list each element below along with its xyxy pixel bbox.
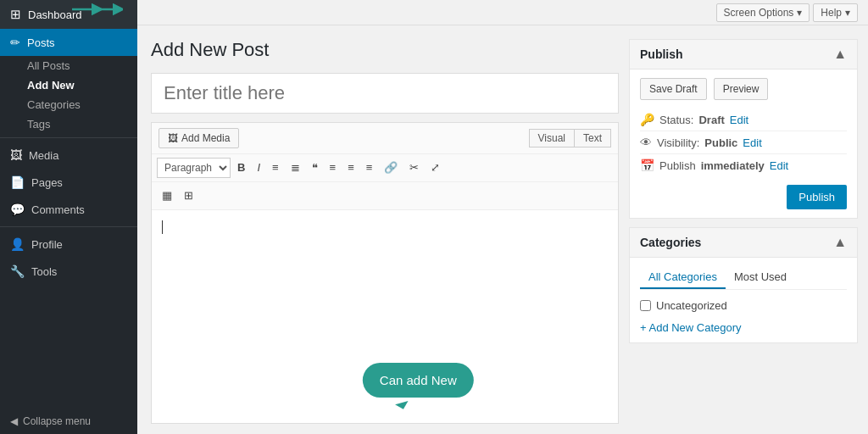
- toolbar-row-1: Paragraph B I ≡ ≣ ❝ ≡ ≡ ≡ 🔗 ✂ ⤢: [152, 154, 618, 182]
- table-button[interactable]: ▦: [157, 186, 177, 206]
- visibility-icon: 👁: [640, 136, 652, 149]
- tools-icon: 🔧: [10, 264, 25, 278]
- visibility-label: Visibility:: [657, 136, 699, 149]
- tab-most-used[interactable]: Most Used: [726, 266, 795, 289]
- post-title-input[interactable]: [151, 73, 619, 114]
- sidebar-item-media[interactable]: 🖼 Media: [0, 142, 137, 169]
- main-content: Screen Options ▾ Help ▾ Add New Post 🖼 A…: [137, 0, 868, 434]
- sidebar-item-pages[interactable]: 📄 Pages: [0, 169, 137, 196]
- collapse-icon: ◀: [10, 415, 18, 427]
- publish-button[interactable]: Publish: [787, 185, 847, 209]
- publish-meta: 🔑 Status: Draft Edit 👁 Visibility: Publi…: [640, 108, 847, 176]
- categories-panel-title: Categories: [640, 236, 701, 249]
- categories-panel: Categories ▲ All Categories Most Used: [629, 227, 858, 343]
- status-icon: 🔑: [640, 113, 654, 126]
- categories-panel-toggle[interactable]: ▲: [833, 235, 847, 250]
- sidebar-posts-label: Posts: [27, 36, 55, 49]
- fullscreen-button[interactable]: ⤢: [426, 158, 445, 178]
- publish-panel: Publish ▲ Save Draft Preview 🔑 Status: D…: [629, 39, 858, 219]
- link-button[interactable]: 🔗: [379, 158, 403, 178]
- collapse-menu-button[interactable]: ◀ Collapse menu: [0, 409, 137, 434]
- posts-icon: ✏: [10, 36, 20, 49]
- unlink-button[interactable]: ✂: [404, 158, 424, 178]
- uncategorized-checkbox[interactable]: [640, 300, 651, 311]
- editor-cursor: [162, 220, 163, 234]
- add-new-category-link[interactable]: + Add New Category: [640, 321, 847, 334]
- categories-panel-header: Categories ▲: [630, 228, 857, 258]
- status-value: Draft: [698, 114, 724, 126]
- content-area: Add New Post 🖼 Add Media Visual Text Par: [137, 25, 868, 434]
- preview-button[interactable]: Preview: [714, 78, 769, 100]
- sidebar-item-posts[interactable]: ✏ Posts: [0, 29, 137, 56]
- category-uncategorized: Uncategorized: [640, 297, 847, 314]
- bold-button[interactable]: B: [232, 158, 250, 178]
- categories-panel-body: All Categories Most Used Uncategorized +…: [630, 258, 857, 342]
- calendar-icon: 📅: [640, 159, 654, 172]
- publish-panel-title: Publish: [640, 47, 683, 61]
- publish-panel-toggle[interactable]: ▲: [833, 47, 847, 62]
- tags-arrow-icon: [68, 2, 102, 17]
- topbar: Screen Options ▾ Help ▾: [137, 0, 868, 25]
- category-tabs: All Categories Most Used: [640, 266, 847, 290]
- screen-options-chevron-icon: ▾: [797, 7, 802, 19]
- dashboard-icon: ⊞: [10, 7, 21, 22]
- editor-wrapper: 🖼 Add Media Visual Text Paragraph B I ≡: [151, 122, 619, 424]
- publish-time-label: Publish: [659, 159, 696, 172]
- sidebar-item-profile[interactable]: 👤 Profile: [0, 231, 137, 258]
- help-button[interactable]: Help ▾: [813, 3, 858, 22]
- publish-panel-body: Save Draft Preview 🔑 Status: Draft Edit …: [630, 70, 857, 218]
- visual-tab[interactable]: Visual: [529, 129, 574, 147]
- profile-icon: 👤: [10, 237, 25, 251]
- save-draft-button[interactable]: Save Draft: [640, 78, 707, 100]
- publish-time-row: 📅 Publish immediately Edit: [640, 154, 847, 176]
- toolbar-row-2: ▦ ⊞: [152, 182, 618, 210]
- align-right-button[interactable]: ≡: [361, 158, 378, 178]
- add-media-icon: 🖼: [168, 132, 178, 144]
- sidebar-sub-tags[interactable]: Tags: [0, 114, 137, 134]
- publish-actions: Save Draft Preview: [640, 78, 847, 100]
- tooltip-bubble: Can add New: [363, 363, 474, 398]
- publish-time-value: immediately: [701, 159, 765, 172]
- text-tab[interactable]: Text: [574, 129, 611, 147]
- screen-options-button[interactable]: Screen Options ▾: [716, 3, 810, 22]
- sidebar-item-comments[interactable]: 💬 Comments: [0, 196, 137, 223]
- visibility-edit-link[interactable]: Edit: [743, 136, 761, 149]
- sidebar-sub-all-posts[interactable]: All Posts: [0, 56, 137, 75]
- page-title: Add New Post: [151, 39, 619, 61]
- status-row: 🔑 Status: Draft Edit: [640, 108, 847, 131]
- editor-column: Add New Post 🖼 Add Media Visual Text Par: [151, 39, 619, 424]
- align-center-button[interactable]: ≡: [342, 158, 359, 178]
- grid-button[interactable]: ⊞: [179, 186, 198, 206]
- add-media-button[interactable]: 🖼 Add Media: [159, 128, 239, 148]
- editor-topbar: 🖼 Add Media Visual Text: [152, 123, 618, 154]
- uncategorized-label: Uncategorized: [656, 299, 727, 312]
- ordered-list-button[interactable]: ≣: [286, 158, 305, 178]
- right-column: Publish ▲ Save Draft Preview 🔑 Status: D…: [629, 39, 858, 424]
- visibility-row: 👁 Visibility: Public Edit: [640, 131, 847, 154]
- align-left-button[interactable]: ≡: [325, 158, 342, 178]
- publish-time-edit-link[interactable]: Edit: [770, 159, 788, 172]
- help-chevron-icon: ▾: [845, 7, 850, 19]
- tab-all-categories[interactable]: All Categories: [640, 266, 726, 289]
- sidebar-sub-add-new[interactable]: Add New: [0, 75, 137, 95]
- media-icon: 🖼: [10, 148, 22, 162]
- unordered-list-button[interactable]: ≡: [267, 158, 284, 178]
- paragraph-select[interactable]: Paragraph: [157, 158, 231, 178]
- publish-footer: Publish: [640, 176, 847, 209]
- pages-icon: 📄: [10, 175, 25, 189]
- italic-button[interactable]: I: [252, 158, 265, 178]
- editor-body[interactable]: Can add New: [152, 210, 618, 423]
- blockquote-button[interactable]: ❝: [307, 158, 323, 178]
- visibility-value: Public: [704, 136, 737, 149]
- sidebar: ⊞ Dashboard ✏ Posts All Posts Add New Ca…: [0, 0, 137, 434]
- status-edit-link[interactable]: Edit: [730, 114, 748, 126]
- help-label: Help: [821, 7, 842, 19]
- comments-icon: 💬: [10, 203, 25, 216]
- publish-panel-header: Publish ▲: [630, 40, 857, 70]
- status-label: Status:: [659, 114, 693, 126]
- screen-options-label: Screen Options: [724, 7, 794, 19]
- sidebar-sub-categories[interactable]: Categories: [0, 95, 137, 114]
- sidebar-item-tools[interactable]: 🔧 Tools: [0, 258, 137, 285]
- visual-text-tabs: Visual Text: [529, 129, 611, 147]
